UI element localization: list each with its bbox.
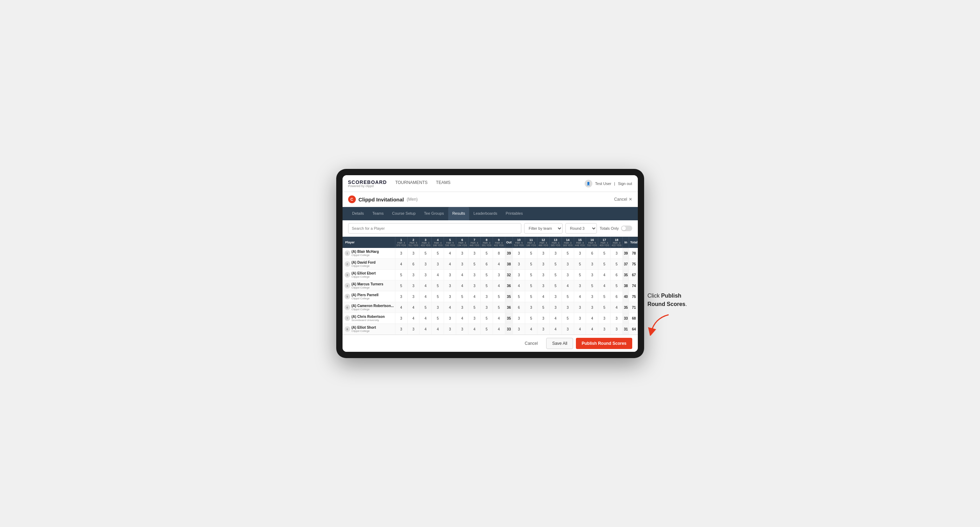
score-hole-16[interactable]: 3 (586, 291, 598, 302)
score-hole-4[interactable]: 5 (432, 313, 444, 324)
score-hole-9[interactable]: 4 (493, 259, 505, 270)
score-hole-4[interactable]: 5 (432, 248, 444, 259)
score-hole-6[interactable]: 5 (456, 291, 468, 302)
score-hole-2[interactable]: 4 (407, 302, 420, 313)
score-hole-18[interactable]: 3 (611, 324, 623, 335)
score-hole-10[interactable]: 5 (513, 291, 525, 302)
score-hole-10[interactable]: 3 (513, 313, 525, 324)
score-hole-17[interactable]: 4 (598, 270, 611, 281)
score-hole-13[interactable]: 5 (549, 281, 562, 291)
score-hole-4[interactable]: 3 (432, 259, 444, 270)
score-hole-15[interactable]: 3 (574, 313, 586, 324)
score-hole-14[interactable]: 3 (562, 259, 574, 270)
score-hole-16[interactable]: 6 (586, 248, 598, 259)
score-hole-17[interactable]: 3 (598, 313, 611, 324)
score-hole-12[interactable]: 3 (537, 281, 549, 291)
score-hole-11[interactable]: 5 (525, 248, 538, 259)
score-hole-18[interactable]: 5 (611, 281, 623, 291)
score-hole-9[interactable]: 8 (493, 248, 505, 259)
score-hole-3[interactable]: 4 (420, 313, 432, 324)
score-hole-14[interactable]: 5 (562, 313, 574, 324)
score-hole-16[interactable]: 4 (586, 313, 598, 324)
score-hole-11[interactable]: 5 (525, 281, 538, 291)
score-hole-11[interactable]: 5 (525, 259, 538, 270)
score-hole-14[interactable]: 3 (562, 302, 574, 313)
score-hole-3[interactable]: 4 (420, 281, 432, 291)
score-hole-8[interactable]: 5 (480, 248, 493, 259)
score-hole-15[interactable]: 4 (574, 291, 586, 302)
score-hole-12[interactable]: 3 (537, 313, 549, 324)
score-hole-11[interactable]: 5 (525, 291, 538, 302)
score-hole-9[interactable]: 4 (493, 324, 505, 335)
score-hole-8[interactable]: 6 (480, 259, 493, 270)
score-hole-17[interactable]: 5 (598, 302, 611, 313)
score-hole-14[interactable]: 4 (562, 281, 574, 291)
cancel-button[interactable]: Cancel (519, 338, 543, 349)
tab-details[interactable]: Details (348, 207, 368, 220)
score-hole-16[interactable]: 3 (586, 259, 598, 270)
score-hole-1[interactable]: 3 (395, 248, 407, 259)
score-hole-12[interactable]: 3 (537, 270, 549, 281)
score-hole-8[interactable]: 3 (480, 302, 493, 313)
publish-round-scores-button[interactable]: Publish Round Scores (576, 338, 632, 349)
score-hole-7[interactable]: 5 (468, 259, 480, 270)
score-hole-13[interactable]: 4 (549, 324, 562, 335)
score-hole-17[interactable]: 3 (598, 324, 611, 335)
score-hole-3[interactable]: 4 (420, 324, 432, 335)
score-hole-3[interactable]: 5 (420, 248, 432, 259)
score-hole-5[interactable]: 3 (444, 291, 456, 302)
score-hole-3[interactable]: 5 (420, 302, 432, 313)
score-hole-6[interactable]: 3 (456, 324, 468, 335)
score-hole-1[interactable]: 3 (395, 313, 407, 324)
score-hole-15[interactable]: 5 (574, 259, 586, 270)
score-hole-6[interactable]: 4 (456, 270, 468, 281)
score-hole-7[interactable]: 3 (468, 313, 480, 324)
tab-teams[interactable]: Teams (368, 207, 388, 220)
score-hole-10[interactable]: 3 (513, 248, 525, 259)
toggle-switch[interactable] (621, 225, 632, 231)
score-hole-5[interactable]: 3 (444, 270, 456, 281)
score-hole-15[interactable]: 4 (574, 324, 586, 335)
score-hole-3[interactable]: 4 (420, 291, 432, 302)
score-hole-17[interactable]: 5 (598, 291, 611, 302)
search-input[interactable] (348, 223, 522, 233)
score-hole-18[interactable]: 6 (611, 270, 623, 281)
score-hole-1[interactable]: 5 (395, 281, 407, 291)
score-hole-10[interactable]: 4 (513, 281, 525, 291)
score-hole-2[interactable]: 3 (407, 324, 420, 335)
score-hole-4[interactable]: 4 (432, 270, 444, 281)
score-hole-8[interactable]: 3 (480, 291, 493, 302)
score-hole-12[interactable]: 3 (537, 259, 549, 270)
score-hole-1[interactable]: 3 (395, 324, 407, 335)
score-hole-11[interactable]: 5 (525, 270, 538, 281)
tab-tee-groups[interactable]: Tee Groups (420, 207, 448, 220)
tab-leaderboards[interactable]: Leaderboards (469, 207, 501, 220)
score-hole-14[interactable]: 5 (562, 248, 574, 259)
score-hole-18[interactable]: 5 (611, 259, 623, 270)
score-hole-1[interactable]: 4 (395, 259, 407, 270)
score-hole-7[interactable]: 3 (468, 270, 480, 281)
score-hole-2[interactable]: 3 (407, 281, 420, 291)
score-hole-9[interactable]: 5 (493, 302, 505, 313)
score-hole-14[interactable]: 3 (562, 270, 574, 281)
score-hole-3[interactable]: 3 (420, 270, 432, 281)
score-hole-13[interactable]: 5 (549, 270, 562, 281)
tab-course-setup[interactable]: Course Setup (388, 207, 420, 220)
score-hole-10[interactable]: 3 (513, 270, 525, 281)
tab-results[interactable]: Results (448, 207, 469, 220)
score-hole-12[interactable]: 3 (537, 324, 549, 335)
sign-out-link[interactable]: Sign out (618, 181, 632, 186)
score-hole-13[interactable]: 5 (549, 259, 562, 270)
score-hole-1[interactable]: 4 (395, 302, 407, 313)
score-hole-4[interactable]: 4 (432, 324, 444, 335)
score-hole-7[interactable]: 3 (468, 248, 480, 259)
score-hole-2[interactable]: 4 (407, 313, 420, 324)
score-hole-9[interactable]: 4 (493, 313, 505, 324)
score-hole-12[interactable]: 5 (537, 302, 549, 313)
score-hole-16[interactable]: 3 (586, 270, 598, 281)
score-hole-10[interactable]: 3 (513, 324, 525, 335)
score-hole-2[interactable]: 3 (407, 270, 420, 281)
score-hole-10[interactable]: 6 (513, 302, 525, 313)
score-hole-6[interactable]: 3 (456, 302, 468, 313)
score-hole-8[interactable]: 5 (480, 324, 493, 335)
